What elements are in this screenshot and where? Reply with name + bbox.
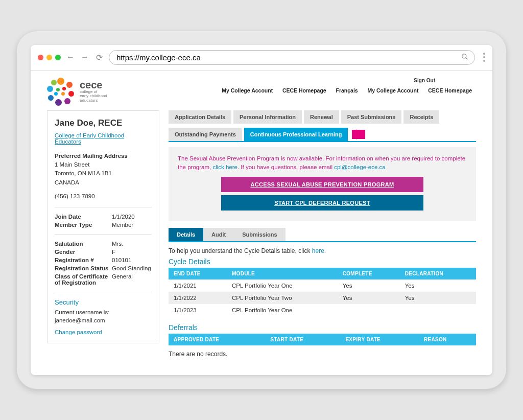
col-end-date: END DATE — [169, 268, 227, 279]
info-key: Registration # — [55, 257, 112, 263]
info-key: Member Type — [55, 222, 112, 228]
table-row: 1/1/2023CPL Portfolio Year One — [169, 304, 476, 316]
browser-chrome: ← → ⟳ — [31, 45, 492, 71]
helper-text: To help you understand the Cycle Details… — [169, 247, 476, 254]
notice-panel: The Sexual Abuse Prevention Program is n… — [169, 147, 476, 221]
forward-icon[interactable]: → — [80, 53, 89, 62]
back-icon[interactable]: ← — [66, 53, 75, 62]
search-icon[interactable] — [461, 53, 468, 62]
sub-tabs: Details Audit Submissions — [169, 228, 476, 242]
change-password-link[interactable]: Change password — [55, 329, 102, 335]
more-menu-icon[interactable] — [483, 53, 485, 62]
notice-email-link[interactable]: cpl@college-ece.ca — [334, 164, 386, 170]
address-line: CANADA — [55, 178, 152, 187]
nav-cece-homepage-2[interactable]: CECE Homepage — [428, 87, 472, 94]
nav-my-college-account-2[interactable]: My College Account — [367, 87, 418, 94]
info-key: Class of Certificate of Registration — [55, 273, 112, 286]
username-value: janedoe@mail.com — [55, 317, 105, 323]
cycle-details-title: Cycle Details — [169, 258, 476, 266]
url-input[interactable] — [115, 53, 461, 62]
tab-past-submissions[interactable]: Past Submissions — [341, 110, 402, 124]
deferrals-table: APPROVED DATE START DATE EXPIRY DATE REA… — [169, 334, 476, 345]
info-val: Member — [112, 222, 152, 228]
notice-click-here-link[interactable]: click here — [212, 164, 237, 170]
col-declaration: DECLARATION — [400, 268, 476, 279]
tab-continuous-professional-learning[interactable]: Continuous Professional Learning — [244, 128, 348, 141]
logo-subtitle: college of early childhood educators — [80, 90, 107, 103]
username-label: Current username is: — [55, 309, 109, 315]
mailing-label: Preferred Mailing Address — [55, 152, 152, 160]
info-val: F — [112, 249, 152, 255]
deferrals-empty: There are no records. — [169, 345, 476, 363]
nav-cece-homepage[interactable]: CECE Homepage — [282, 87, 326, 94]
tab-personal-information[interactable]: Personal Information — [233, 110, 302, 124]
maximize-window-icon[interactable] — [55, 55, 61, 60]
sign-out-link[interactable]: Sign Out — [414, 78, 435, 83]
arrow-callout-icon — [352, 130, 365, 139]
tab-application-details[interactable]: Application Details — [169, 110, 231, 124]
member-phone: (456) 123-7890 — [55, 192, 152, 201]
svg-point-0 — [462, 54, 466, 58]
access-sap-button[interactable]: ACCESS SEXUAL ABUSE PREVENTION PROGRAM — [221, 177, 423, 192]
subtab-submissions[interactable]: Submissions — [234, 228, 285, 241]
info-val: Good Standing — [112, 265, 152, 271]
info-val: General — [112, 273, 152, 286]
notice-text: The Sexual Abuse Prevention Program is n… — [178, 154, 467, 172]
svg-line-1 — [466, 58, 468, 60]
org-link[interactable]: College of Early Childhood Educators — [55, 132, 152, 145]
table-row: 1/1/2022CPL Portfolio Year TwoYesYes — [169, 292, 476, 304]
info-key: Gender — [55, 249, 112, 255]
close-window-icon[interactable] — [38, 55, 43, 60]
member-card: Jane Doe, RECE College of Early Childhoo… — [47, 110, 159, 343]
col-module: MODULE — [227, 268, 338, 279]
tab-receipts[interactable]: Receipts — [403, 110, 439, 124]
info-val: 010101 — [112, 257, 152, 263]
start-cpl-deferral-button[interactable]: START CPL DEFERRAL REQUEST — [221, 195, 423, 211]
security-heading: Security — [55, 298, 152, 306]
cycle-details-table: END DATE MODULE COMPLETE DECLARATION 1/1… — [169, 268, 476, 316]
site-logo[interactable]: cece college of early childhood educator… — [47, 78, 149, 105]
helper-here-link[interactable]: here — [312, 247, 324, 254]
minimize-window-icon[interactable] — [46, 55, 52, 60]
nav-my-college-account[interactable]: My College Account — [222, 87, 273, 94]
window-controls — [38, 55, 61, 60]
reload-icon[interactable]: ⟳ — [94, 53, 104, 62]
url-bar[interactable] — [109, 50, 475, 65]
address-line: Toronto, ON M1A 1B1 — [55, 169, 152, 178]
deferrals-title: Deferrals — [169, 323, 476, 332]
info-val: 1/1/2020 — [112, 214, 152, 220]
tab-renewal[interactable]: Renewal — [304, 110, 339, 124]
address-line: 1 Main Street — [55, 160, 152, 169]
info-key: Registration Status — [55, 265, 112, 271]
info-val: Mrs. — [112, 241, 152, 247]
main-tabs: Application Details Personal Information… — [169, 110, 476, 142]
col-start-date: START DATE — [265, 334, 340, 345]
col-approved-date: APPROVED DATE — [169, 334, 265, 345]
logo-icon — [47, 78, 75, 105]
tab-outstanding-payments[interactable]: Outstanding Payments — [169, 128, 242, 141]
nav-francais[interactable]: Français — [336, 87, 358, 94]
col-complete: COMPLETE — [338, 268, 400, 279]
member-name: Jane Doe, RECE — [55, 118, 152, 128]
top-nav: My College Account CECE Homepage Françai… — [157, 87, 476, 94]
info-key: Join Date — [55, 214, 112, 220]
subtab-details[interactable]: Details — [169, 228, 203, 241]
info-key: Salutation — [55, 241, 112, 247]
table-row: 1/1/2021CPL Portfolio Year OneYesYes — [169, 279, 476, 292]
logo-title: cece — [80, 80, 107, 90]
col-reason: REASON — [419, 334, 476, 345]
subtab-audit[interactable]: Audit — [203, 228, 234, 241]
col-expiry-date: EXPIRY DATE — [340, 334, 419, 345]
